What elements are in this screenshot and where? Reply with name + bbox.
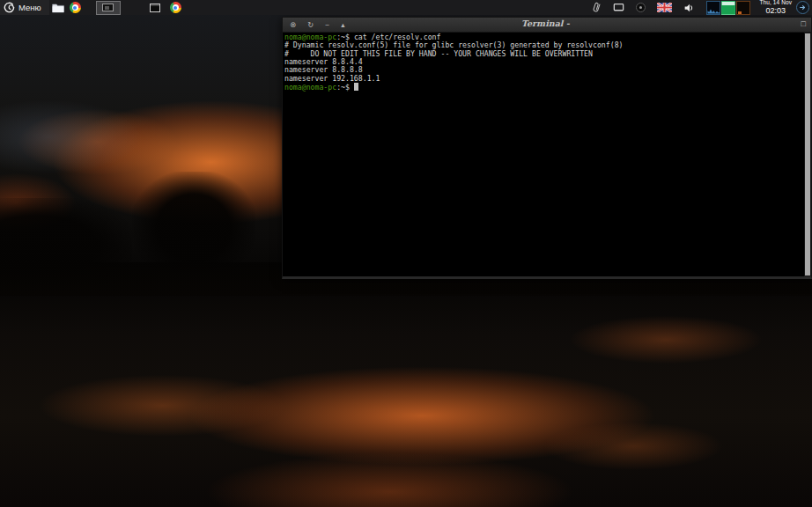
chrome-icon [70,2,81,13]
taskbar-button-active[interactable] [96,1,121,15]
arrow-right-icon [799,4,807,11]
volume-tray-item[interactable] [683,3,695,13]
system-tray [589,2,698,13]
display-tray-item[interactable] [613,3,624,12]
terminal-body[interactable]: noma@noma-pc:~$ cat /etc/resolv.conf# Dy… [283,33,811,276]
tree-silhouette [132,172,255,273]
scrollbar-thumb[interactable] [805,33,810,276]
record-circle-icon [636,3,646,12]
terminal-output: noma@noma-pc:~$ cat /etc/resolv.conf# Dy… [284,33,802,276]
terminal-icon [150,4,160,12]
cpu-graph [706,1,720,15]
speaker-icon [683,3,695,13]
terminal-scrollbar[interactable] [804,33,811,276]
top-panel: Меню [0,0,812,15]
minimize-window-icon[interactable]: − [325,21,329,29]
clock-time: 02:03 [765,7,786,15]
memory-graph [721,1,735,15]
sticky-window-icon[interactable]: ↻ [307,21,314,29]
window-controls: ⊗ ↻ − ▴ [290,21,345,29]
chrome-launcher[interactable] [70,2,81,13]
uk-flag-icon [657,3,672,12]
keyboard-layout-indicator[interactable] [657,3,672,12]
close-window-icon[interactable]: ⊗ [290,21,296,29]
panel-clock[interactable]: Thu, 14 Nov 02:03 [759,0,792,15]
system-monitor-widget[interactable] [706,1,751,15]
clock-date: Thu, 14 Nov [759,0,792,6]
network-graph [736,1,750,15]
image-window-icon [102,4,114,11]
clipboard-tray-item[interactable] [592,2,602,13]
display-icon [613,3,624,12]
maximize-window-icon[interactable]: □ [801,19,806,28]
shade-window-icon[interactable]: ▴ [341,21,344,29]
distro-swirl-icon [4,2,15,13]
taskbar-terminal-button[interactable] [150,4,160,12]
terminal-titlebar[interactable]: ⊗ ↻ − ▴ Terminal - □ [283,18,811,33]
taskbar-chrome-button[interactable] [170,2,181,13]
taskbar-window-group [147,2,184,13]
menu-label: Меню [18,3,41,12]
menu-button[interactable]: Меню [0,0,49,15]
terminal-window: ⊗ ↻ − ▴ Terminal - □ noma@noma-pc:~$ cat… [282,17,812,279]
panel-action-button[interactable] [796,1,809,14]
window-title: Terminal - [521,18,570,28]
paperclip-icon [592,2,602,13]
folder-icon [52,3,64,13]
screen: Меню [0,0,812,507]
file-manager-launcher[interactable] [52,3,64,13]
record-tray-item[interactable] [636,3,646,12]
chrome-icon [170,2,181,13]
